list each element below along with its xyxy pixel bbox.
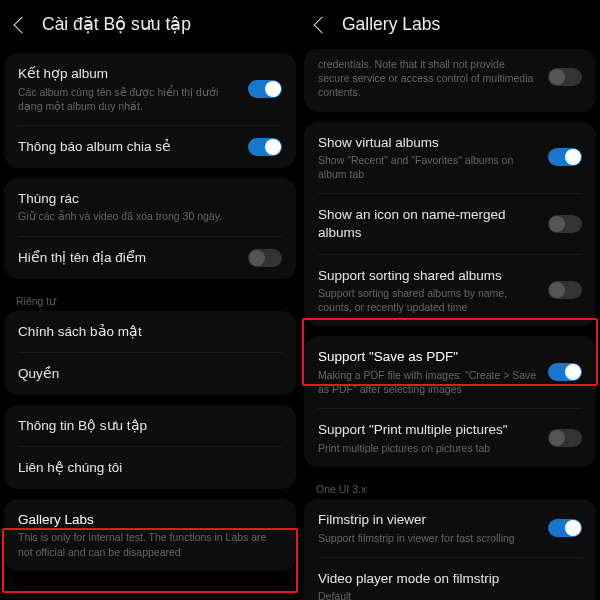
- row-permissions[interactable]: Quyền: [4, 353, 296, 395]
- toggle-save-pdf[interactable]: [548, 363, 582, 381]
- row-save-pdf[interactable]: Support "Save as PDF" Making a PDF file …: [304, 336, 596, 408]
- label-privacy: Riêng tư: [0, 289, 300, 311]
- row-virtual-albums[interactable]: Show virtual albums Show "Recent" and "F…: [304, 122, 596, 194]
- row-filmstrip[interactable]: Filmstrip in viewer Support filmstrip in…: [304, 499, 596, 557]
- toggle-merged-icon[interactable]: [548, 215, 582, 233]
- toggle-filmstrip[interactable]: [548, 519, 582, 537]
- back-icon[interactable]: [314, 16, 331, 33]
- row-privacy-policy[interactable]: Chính sách bảo mật: [4, 311, 296, 353]
- toggle-merge-album[interactable]: [248, 80, 282, 98]
- row-print-multi[interactable]: Support "Print multiple pictures" Print …: [304, 409, 596, 467]
- section-albums: Kết hợp album Các album cùng tên sẽ được…: [4, 53, 296, 168]
- row-trash[interactable]: Thùng rác Giữ các ảnh và video đã xóa tr…: [4, 178, 296, 236]
- toggle-print-multi[interactable]: [548, 429, 582, 447]
- row-gallery-labs[interactable]: Gallery Labs This is only for internal t…: [4, 499, 296, 571]
- row-contact-us[interactable]: Liên hệ chúng tôi: [4, 447, 296, 489]
- label-oneui: One UI 3.x: [300, 477, 600, 499]
- section-credentials: credentials. Note that it shall not prov…: [304, 49, 596, 112]
- toggle-virtual-albums[interactable]: [548, 148, 582, 166]
- left-panel: Cài đặt Bộ sưu tập Kết hợp album Các alb…: [0, 0, 300, 600]
- row-credentials[interactable]: credentials. Note that it shall not prov…: [304, 49, 596, 112]
- toggle-location-name[interactable]: [248, 249, 282, 267]
- right-panel: Gallery Labs credentials. Note that it s…: [300, 0, 600, 600]
- toggle-shared-notif[interactable]: [248, 138, 282, 156]
- row-merged-icon[interactable]: Show an icon on name-merged albums: [304, 194, 596, 253]
- section-oneui: Filmstrip in viewer Support filmstrip in…: [304, 499, 596, 600]
- left-header: Cài đặt Bộ sưu tập: [0, 0, 300, 53]
- section-privacy: Chính sách bảo mật Quyền: [4, 311, 296, 395]
- row-location-name[interactable]: Hiển thị tên địa điểm: [4, 237, 296, 279]
- row-sort-shared[interactable]: Support sorting shared albums Support so…: [304, 255, 596, 327]
- left-title: Cài đặt Bộ sưu tập: [42, 14, 191, 35]
- right-title: Gallery Labs: [342, 14, 440, 35]
- row-merge-album[interactable]: Kết hợp album Các album cùng tên sẽ được…: [4, 53, 296, 125]
- toggle-credentials[interactable]: [548, 68, 582, 86]
- toggle-sort-shared[interactable]: [548, 281, 582, 299]
- section-pdf: Support "Save as PDF" Making a PDF file …: [304, 336, 596, 467]
- right-header: Gallery Labs: [300, 0, 600, 53]
- section-trash: Thùng rác Giữ các ảnh và video đã xóa tr…: [4, 178, 296, 279]
- section-labs: Gallery Labs This is only for internal t…: [4, 499, 296, 571]
- back-icon[interactable]: [14, 16, 31, 33]
- row-shared-notif[interactable]: Thông báo album chia sẻ: [4, 126, 296, 168]
- section-about: Thông tin Bộ sưu tập Liên hệ chúng tôi: [4, 405, 296, 489]
- row-about-gallery[interactable]: Thông tin Bộ sưu tập: [4, 405, 296, 447]
- row-video-mode[interactable]: Video player mode on filmstrip Default: [304, 558, 596, 600]
- section-virtual: Show virtual albums Show "Recent" and "F…: [304, 122, 596, 327]
